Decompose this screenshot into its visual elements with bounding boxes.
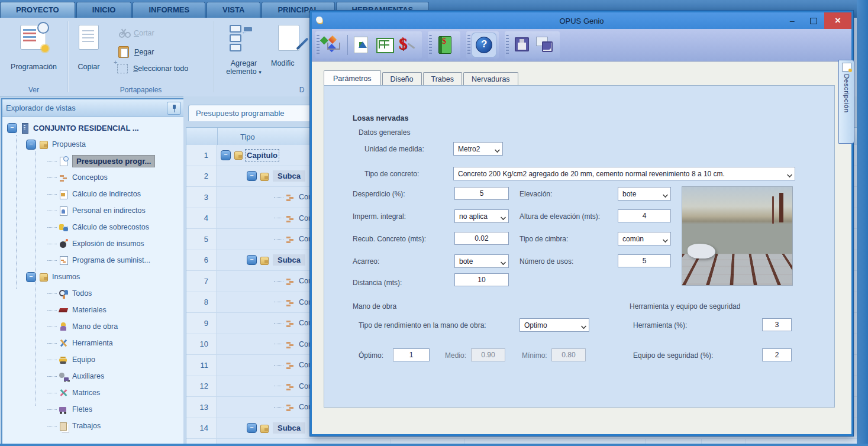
sidebar-item-label: Cálculo de indirectos	[72, 190, 141, 198]
sidebar-item-personal-en-indirectos[interactable]: Personal en indirectos	[2, 202, 185, 219]
expand-toggle[interactable]: −	[247, 255, 257, 265]
unidad-medida-combo[interactable]: Metro2	[453, 142, 503, 156]
sidebar-item-explosi-n-de-insumos[interactable]: Explosión de insumos	[2, 235, 185, 252]
sidebar-item-label: Auxiliares	[72, 372, 104, 380]
sidebar-item-todos[interactable]: Todos	[2, 285, 185, 302]
row-number: 1	[186, 145, 217, 166]
row-type-cell: Con	[217, 340, 312, 349]
descripcion-side-tab[interactable]: Descripción	[838, 60, 854, 144]
tab-nervaduras[interactable]: Nervaduras	[463, 72, 518, 86]
tab-trabes[interactable]: Trabes	[423, 72, 462, 86]
diagram-icon[interactable]	[324, 35, 343, 54]
numero-usos-input[interactable]	[618, 254, 671, 267]
dialog-titlebar[interactable]: OPUS Genio – ×	[312, 12, 851, 29]
row-type-cell: Con	[217, 192, 312, 202]
sidebar-item-mano-de-obra[interactable]: Mano de obra	[2, 318, 185, 335]
folder-icon	[259, 256, 269, 265]
concept-icon	[285, 276, 295, 286]
cortar-button[interactable]: Cortar	[118, 28, 154, 38]
column-header-tipo[interactable]: Tipo	[218, 132, 255, 141]
ribbon-tab-inicio[interactable]: INICIO	[76, 2, 132, 18]
sidebar-item-programa-de-suminist[interactable]: Programa de suminist...	[2, 252, 185, 269]
save-as-icon[interactable]	[535, 35, 554, 54]
sidebar-item-trabajos[interactable]: Trabajos	[2, 418, 185, 434]
window-bottom-edge	[0, 444, 868, 446]
minimize-button[interactable]: –	[782, 12, 803, 29]
ribbon-tab-proyecto[interactable]: PROYECTO	[0, 2, 75, 18]
sidebar-item-label: Materiales	[72, 306, 107, 314]
sidebar-item-c-lculo-de-indirectos[interactable]: Cálculo de indirectos	[2, 186, 185, 202]
tab-par-metros[interactable]: Parámetros	[324, 70, 381, 86]
desperdicio-label: Desperdicio (%):	[353, 190, 405, 198]
tree-connector	[274, 197, 283, 198]
expand-toggle[interactable]: −	[7, 123, 17, 133]
sidebar-item-insumos[interactable]: −Insumos	[2, 269, 185, 285]
expand-toggle[interactable]: −	[247, 171, 257, 181]
maximize-button[interactable]	[803, 12, 824, 29]
row-number: 7	[186, 271, 217, 292]
export-excel-icon[interactable]	[353, 35, 372, 54]
folder-icon	[259, 424, 269, 433]
grip-handle[interactable]	[506, 35, 509, 55]
acarreo-combo[interactable]: bote	[454, 254, 509, 268]
pegar-button[interactable]: Pegar	[118, 46, 154, 58]
programacion-icon	[20, 25, 46, 50]
price-book-icon[interactable]	[436, 35, 455, 54]
expand-toggle[interactable]: −	[221, 150, 231, 160]
seleccionar-todo-button[interactable]: Seleccionar todo	[117, 64, 188, 73]
row-number-header	[186, 128, 218, 146]
ribbon-tab-informes[interactable]: INFORMES	[133, 2, 205, 18]
help-icon[interactable]	[475, 35, 493, 54]
altura-elevacion-input[interactable]	[618, 209, 671, 222]
equipo-seguridad-input[interactable]	[762, 348, 792, 361]
sidebar-item-propuesta[interactable]: −Propuesta	[2, 136, 185, 153]
sidebar-item-c-lculo-de-sobrecostos[interactable]: Cálculo de sobrecostos	[2, 219, 185, 235]
optimo-input[interactable]	[393, 348, 430, 361]
rendimiento-combo[interactable]: Optimo	[519, 318, 589, 332]
agregar-elemento-button[interactable]: Agregar elemento ▾	[217, 59, 271, 76]
group-label-ver: Ver	[0, 86, 67, 94]
modificar-button[interactable]: Modific	[271, 59, 312, 67]
row-number: 6	[186, 250, 217, 271]
recub-concreto-input[interactable]	[454, 232, 509, 245]
sidebar-item-equipo[interactable]: Equipo	[2, 351, 185, 368]
save-icon[interactable]	[513, 35, 532, 54]
view-tab-presupuesto[interactable]: Presupuesto programable	[188, 105, 329, 121]
sidebar-item-label: Herramienta	[72, 339, 113, 347]
distancia-input[interactable]	[454, 273, 509, 286]
ribbon-tab-vista[interactable]: VISTA	[206, 2, 260, 18]
sidebar-item-matrices[interactable]: Matrices	[2, 384, 185, 401]
sidebar-item-materiales[interactable]: Materiales	[2, 302, 185, 318]
tab-dise-o[interactable]: Diseño	[382, 72, 422, 86]
elevacion-label: Elevación:	[519, 190, 552, 198]
pin-icon[interactable]	[167, 102, 181, 115]
folder-icon	[259, 172, 269, 181]
sidebar-item-conceptos[interactable]: Conceptos	[2, 169, 185, 186]
excel-grid-icon[interactable]	[375, 35, 394, 54]
tipo-cimbra-combo[interactable]: común	[618, 232, 671, 245]
herramienta-input[interactable]	[762, 318, 792, 331]
expand-toggle[interactable]: −	[247, 423, 257, 433]
tipo-concreto-combo[interactable]: Concreto 200 Kg/cm2 agregado de 20 mm, c…	[453, 167, 795, 180]
sidebar-item-herramienta[interactable]: Herramienta	[2, 335, 185, 351]
altura-elevacion-label: Altura de elevación (mts):	[519, 212, 600, 221]
imperm-combo[interactable]: no aplica	[454, 209, 509, 223]
desperdicio-input[interactable]	[454, 187, 509, 200]
expand-toggle[interactable]: −	[26, 140, 36, 150]
sidebar-item-conjunto-residencial[interactable]: −CONJUNTO RESIDENCIAL ...	[2, 119, 185, 136]
sidebar-item-label: Propuesta	[52, 140, 86, 148]
sidebar-item-presupuesto-progr[interactable]: Presupuesto progr...	[2, 153, 185, 169]
elevacion-combo[interactable]: bote	[618, 187, 671, 201]
row-type-cell: Con	[217, 298, 312, 307]
section-losas-nervadas: Losas nervadas	[353, 114, 409, 122]
copiar-button[interactable]: Copiar	[70, 63, 108, 71]
grip-handle[interactable]	[429, 35, 432, 55]
sidebar-item-fletes[interactable]: Fletes	[2, 401, 185, 418]
sidebar-item-auxiliares[interactable]: Auxiliares	[2, 368, 185, 384]
grip-handle[interactable]	[467, 35, 470, 55]
programacion-button[interactable]: Programación	[0, 63, 67, 71]
concept-icon	[285, 192, 295, 202]
grip-handle[interactable]	[317, 35, 320, 55]
cost-tools-icon[interactable]	[398, 35, 417, 54]
close-button[interactable]: ×	[824, 12, 851, 29]
